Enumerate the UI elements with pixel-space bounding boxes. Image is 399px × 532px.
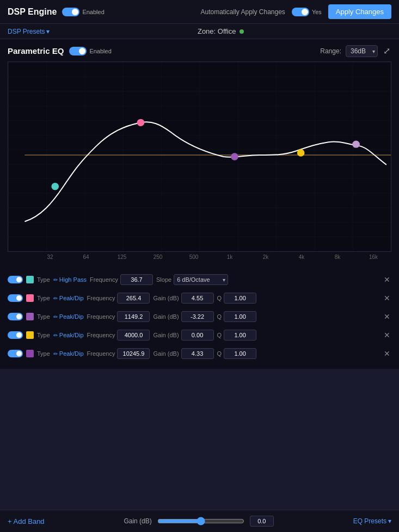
band-3-gain-label: Gain (dB) (153, 313, 179, 320)
band-2-frequency-input[interactable] (117, 293, 150, 304)
zone-info: Zone: Office (198, 27, 244, 35)
band-2-type-name: Peak/Dip (59, 295, 84, 301)
band-2-q-label: Q (217, 295, 222, 301)
band-3-type-label: Type (37, 313, 50, 320)
band-5-gain-label: Gain (dB) (153, 350, 179, 357)
freq-label-16k: 16k (355, 254, 391, 260)
dsp-engine-toggle[interactable] (62, 8, 79, 16)
band-3-gain-input[interactable] (181, 311, 214, 322)
band-1-frequency-input[interactable] (120, 274, 153, 285)
svg-point-7 (353, 141, 359, 147)
band-3-remove-button[interactable]: ✕ (383, 312, 391, 321)
band-3-q-input[interactable] (224, 311, 256, 322)
band-2-color (26, 294, 34, 302)
band-3-frequency-input[interactable] (117, 311, 150, 322)
freq-label-32: 32 (32, 254, 68, 260)
range-select[interactable]: 36dB 12dB 24dB (346, 45, 378, 57)
band-5-q-group: Q (217, 348, 257, 359)
band-4-toggle[interactable] (8, 331, 23, 339)
eq-presets-button[interactable]: EQ Presets ▾ (353, 517, 391, 525)
band-1-toggle[interactable] (8, 276, 23, 283)
band-3-color (26, 313, 34, 320)
app-title: DSP Engine (8, 7, 57, 17)
band-4-gain-label: Gain (dB) (153, 332, 179, 338)
band-1-remove-button[interactable]: ✕ (383, 275, 391, 284)
band-2-freq-label: Frequency (87, 295, 115, 301)
header-left: DSP Engine Enabled (8, 7, 105, 17)
chevron-down-icon-2: ▾ (388, 517, 391, 525)
band-3-gain-group: Gain (dB) (153, 311, 213, 322)
band-3-type-name: Peak/Dip (59, 313, 84, 320)
band-1-slope-label: Slope (156, 276, 171, 283)
gain-label: Gain (dB) (124, 517, 151, 525)
band-5-q-input[interactable] (224, 348, 256, 359)
svg-point-6 (298, 150, 304, 156)
band-3-toggle[interactable] (8, 313, 23, 320)
eq-enabled-toggle-wrap: Enabled (69, 47, 111, 55)
band-1-slope-select[interactable]: 6 dB/Octave 12 dB/Octave 18 dB/Octave 24… (174, 274, 228, 285)
band-1-type-name: High Pass (59, 276, 87, 283)
bands-container: Type ✏ High Pass Frequency Slope 6 dB/Oc… (0, 268, 399, 369)
band-3-type-edit[interactable]: ✏ Peak/Dip (53, 313, 84, 320)
eq-enabled-toggle[interactable] (69, 47, 87, 55)
band-4-type-edit[interactable]: ✏ Peak/Dip (53, 332, 84, 338)
band-3-q-group: Q (217, 311, 257, 322)
band-1-color (26, 276, 34, 283)
band-3-freq-group: Frequency (87, 311, 150, 322)
dsp-presets-button[interactable]: DSP Presets ▾ (8, 28, 50, 35)
band-5-gain-input[interactable] (181, 348, 214, 359)
band-1-slope-group: Slope 6 dB/Octave 12 dB/Octave 18 dB/Oct… (156, 274, 228, 285)
add-band-button[interactable]: + Add Band (8, 517, 45, 525)
band-5-q-label: Q (217, 350, 222, 357)
band-2-q-group: Q (217, 293, 257, 304)
pencil-icon-1: ✏ (53, 277, 58, 283)
band-4-type-label: Type (37, 332, 50, 338)
band-4-freq-group: Frequency (87, 330, 150, 341)
band-5-remove-button[interactable]: ✕ (383, 349, 391, 358)
band-2-toggle[interactable] (8, 294, 23, 302)
band-1-type-edit[interactable]: ✏ High Pass (53, 276, 87, 283)
gain-value-input[interactable] (250, 516, 274, 527)
band-4-frequency-input[interactable] (117, 330, 150, 341)
range-select-wrap: 36dB 12dB 24dB (346, 45, 378, 57)
eq-enabled-label: Enabled (89, 48, 111, 54)
auto-apply-toggle[interactable] (292, 8, 309, 16)
band-4-remove-button[interactable]: ✕ (383, 331, 391, 339)
band-2-gain-input[interactable] (181, 293, 214, 304)
freq-label-1k: 1k (212, 254, 248, 260)
band-4-q-input[interactable] (224, 330, 256, 341)
band-5-type-label: Type (37, 350, 50, 357)
range-label: Range: (320, 47, 341, 55)
svg-point-4 (137, 119, 144, 126)
band-2-remove-button[interactable]: ✕ (383, 294, 391, 302)
zone-status-dot (240, 29, 244, 34)
pencil-icon-2: ✏ (53, 295, 58, 301)
eq-header: Parametric EQ Enabled Range: 36dB 12dB 2… (8, 45, 391, 57)
auto-apply-value: Yes (312, 9, 322, 15)
dsp-engine-toggle-wrap: Enabled (62, 8, 104, 16)
subheader: DSP Presets ▾ Zone: Office (0, 24, 399, 39)
apply-changes-button[interactable]: Apply Changes (328, 4, 391, 19)
band-2-gain-group: Gain (dB) (153, 293, 213, 304)
band-5-frequency-input[interactable] (117, 348, 150, 359)
band-5-type-edit[interactable]: ✏ Peak/Dip (53, 350, 84, 357)
svg-point-3 (52, 183, 58, 190)
band-3-freq-label: Frequency (87, 313, 115, 320)
band-4-type-name: Peak/Dip (59, 332, 84, 338)
band-5-toggle[interactable] (8, 350, 23, 357)
eq-title: Parametric EQ (8, 46, 64, 55)
bottom-bar: + Add Band Gain (dB) EQ Presets ▾ (0, 510, 399, 532)
band-2-type-label: Type (37, 295, 50, 301)
expand-button[interactable]: ⤢ (382, 45, 391, 57)
freq-labels: 32 64 125 250 500 1k 2k 4k 8k 16k (8, 252, 391, 262)
gain-slider[interactable] (157, 517, 244, 525)
eq-title-wrap: Parametric EQ Enabled (8, 46, 112, 55)
svg-point-5 (231, 153, 238, 160)
band-2-q-input[interactable] (224, 293, 256, 304)
band-2-type-edit[interactable]: ✏ Peak/Dip (53, 295, 84, 301)
freq-label-2k: 2k (248, 254, 284, 260)
freq-label-500: 500 (176, 254, 212, 260)
header: DSP Engine Enabled Automatically Apply C… (0, 0, 399, 24)
eq-chart[interactable]: +12 +9 +6 +3 0dB -3 -6 -9 -12 -15 -18 -2… (8, 61, 391, 252)
band-4-gain-input[interactable] (181, 330, 214, 341)
